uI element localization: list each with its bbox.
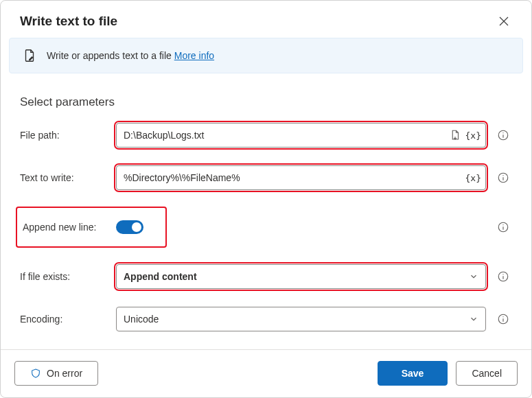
info-icon[interactable] [497,129,509,141]
svg-point-7 [502,175,503,176]
on-error-label: On error [47,368,82,379]
svg-point-16 [502,316,503,317]
row-text-to-write: Text to write: %Directory%\%FileName% {x… [20,165,512,190]
info-icon[interactable] [497,313,509,325]
label-text-to-write: Text to write: [20,172,108,183]
chevron-down-icon [469,272,478,281]
section-heading: Select parameters [20,95,512,109]
label-file-path: File path: [20,130,108,141]
cancel-label: Cancel [472,368,502,379]
file-path-input[interactable]: D:\Backup\Logs.txt {x} [116,123,486,148]
label-append-new-line: Append new line: [20,222,105,233]
banner-text-span: Write or appends text to a file [47,50,174,61]
append-new-line-toggle[interactable] [116,220,143,234]
if-file-exists-select[interactable]: Append content [116,264,486,289]
svg-point-4 [502,132,503,133]
write-file-icon [22,48,37,63]
browse-file-icon[interactable] [449,129,461,141]
svg-point-13 [502,274,503,274]
chevron-down-icon [469,314,478,324]
text-to-write-value: %Directory%\%FileName% [124,172,240,183]
dialog-content: Select parameters File path: D:\Backup\L… [1,73,531,349]
close-button[interactable] [496,13,512,30]
shield-icon [30,368,41,379]
dialog-footer: On error Save Cancel [1,349,531,398]
encoding-value: Unicode [124,314,159,325]
banner-text: Write or appends text to a file More inf… [47,50,214,61]
row-if-file-exists: If file exists: Append content [20,264,512,289]
label-encoding: Encoding: [20,314,108,325]
more-info-link[interactable]: More info [174,50,214,61]
dialog-header: Write text to file [1,1,531,38]
label-if-file-exists: If file exists: [20,271,108,282]
cancel-button[interactable]: Cancel [456,361,518,386]
info-icon[interactable] [497,172,509,184]
info-banner: Write or appends text to a file More inf… [9,38,523,73]
svg-point-10 [502,224,503,225]
encoding-select[interactable]: Unicode [116,307,486,331]
row-append-new-line: Append new line: [17,208,512,246]
row-file-path: File path: D:\Backup\Logs.txt {x} [20,123,512,148]
file-path-value: D:\Backup\Logs.txt [124,130,205,141]
variable-picker-icon[interactable]: {x} [465,173,481,183]
toggle-knob [132,222,141,232]
info-icon[interactable] [497,270,509,283]
dialog-title: Write text to file [20,14,117,29]
write-text-dialog: Write text to file Write or appends text… [0,0,532,398]
row-encoding: Encoding: Unicode [20,307,512,331]
save-button[interactable]: Save [378,361,448,386]
info-icon[interactable] [497,221,509,233]
text-to-write-input[interactable]: %Directory%\%FileName% {x} [116,165,486,190]
if-file-exists-value: Append content [124,271,197,282]
save-label: Save [402,368,424,379]
variable-picker-icon[interactable]: {x} [465,130,481,141]
on-error-button[interactable]: On error [14,361,98,386]
close-icon [498,16,509,27]
